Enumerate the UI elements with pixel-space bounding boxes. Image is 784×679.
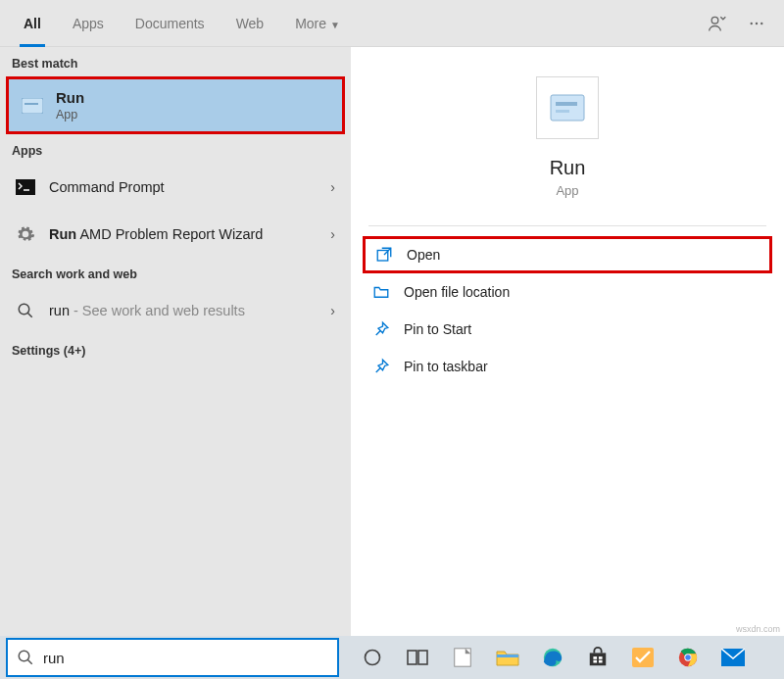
result-web-run[interactable]: run - See work and web results › [0, 287, 351, 334]
search-tabs: All Apps Documents Web More▼ [0, 0, 784, 47]
result-run-amd-label: Run AMD Problem Report Wizard [49, 226, 326, 242]
more-options-icon[interactable] [737, 4, 776, 43]
settings-label[interactable]: Settings (4+) [0, 334, 351, 364]
taskbar-taskview-icon[interactable] [396, 636, 439, 679]
tab-web[interactable]: Web [220, 0, 280, 47]
command-prompt-icon [12, 173, 39, 201]
tab-all[interactable]: All [8, 0, 57, 47]
best-match-title: Run [56, 89, 84, 106]
result-run-amd[interactable]: Run AMD Problem Report Wizard › [0, 211, 351, 258]
svg-rect-10 [556, 110, 569, 113]
action-open[interactable]: Open [363, 236, 772, 273]
svg-point-1 [751, 22, 753, 24]
chevron-right-icon[interactable]: › [326, 303, 339, 318]
preview-panel: Run App Open Open file location P [351, 47, 784, 636]
taskbar-app-chrome-icon[interactable] [666, 636, 710, 679]
taskbar-app-libreoffice-icon[interactable] [441, 636, 484, 679]
taskbar-app-security-icon[interactable] [621, 636, 664, 679]
pin-icon [368, 354, 394, 379]
svg-rect-16 [455, 649, 471, 666]
taskbar-app-store-icon[interactable] [576, 636, 619, 679]
result-web-run-label: run - See work and web results [49, 303, 326, 318]
folder-icon [368, 279, 394, 305]
preview-subtitle: App [556, 183, 578, 198]
svg-rect-6 [16, 179, 35, 195]
svg-rect-14 [408, 651, 416, 664]
tab-more[interactable]: More▼ [279, 0, 356, 47]
action-pin-to-start-label: Pin to Start [404, 321, 471, 337]
search-icon [12, 297, 39, 324]
run-icon [19, 92, 46, 120]
action-open-file-location[interactable]: Open file location [363, 273, 772, 311]
svg-point-0 [711, 17, 718, 24]
action-open-label: Open [407, 247, 440, 263]
feedback-icon[interactable] [698, 4, 737, 43]
preview-title: Run [550, 157, 586, 179]
svg-point-3 [760, 22, 762, 24]
chevron-right-icon[interactable]: › [326, 226, 339, 242]
svg-point-13 [366, 651, 380, 665]
open-icon [371, 242, 397, 267]
svg-point-12 [19, 651, 29, 661]
preview-tile [536, 76, 599, 139]
pin-icon [368, 316, 394, 342]
search-icon [8, 649, 43, 666]
divider [368, 225, 766, 226]
best-match-label: Best match [0, 47, 351, 76]
svg-point-7 [19, 304, 29, 315]
search-work-web-label: Search work and web [0, 258, 351, 287]
taskbar-app-edge-icon[interactable] [531, 636, 574, 679]
taskbar-cortana-icon[interactable] [351, 636, 394, 679]
result-command-prompt-label: Command Prompt [49, 179, 326, 195]
tab-documents[interactable]: Documents [120, 0, 220, 47]
gear-icon [12, 220, 39, 248]
search-input[interactable] [43, 640, 337, 675]
svg-point-27 [685, 655, 691, 660]
tab-more-label: More [295, 16, 326, 31]
chevron-right-icon[interactable]: › [326, 179, 339, 195]
action-pin-to-taskbar[interactable]: Pin to taskbar [363, 348, 772, 385]
svg-rect-22 [593, 660, 597, 663]
svg-rect-19 [590, 653, 607, 665]
action-open-file-location-label: Open file location [404, 284, 510, 300]
watermark: wsxdn.com [736, 624, 780, 634]
svg-rect-15 [418, 651, 427, 664]
chevron-down-icon: ▼ [330, 20, 340, 30]
best-match-result[interactable]: Run App [6, 76, 345, 134]
taskbar [0, 636, 784, 679]
svg-rect-21 [599, 656, 603, 659]
taskbar-app-mail-icon[interactable] [711, 636, 755, 679]
taskbar-app-explorer-icon[interactable] [486, 636, 529, 679]
run-app-icon [550, 94, 585, 121]
svg-rect-5 [24, 103, 38, 105]
svg-rect-23 [599, 660, 603, 663]
svg-rect-20 [593, 656, 597, 659]
svg-rect-4 [22, 98, 43, 114]
apps-section-label: Apps [0, 134, 351, 164]
svg-point-2 [756, 22, 758, 24]
svg-rect-17 [497, 655, 518, 657]
best-match-subtitle: App [56, 108, 84, 121]
results-panel: Best match Run App Apps Command Prompt ›… [0, 47, 351, 636]
taskbar-search[interactable] [6, 638, 339, 677]
svg-rect-9 [556, 102, 577, 106]
action-pin-to-start[interactable]: Pin to Start [363, 311, 772, 348]
result-command-prompt[interactable]: Command Prompt › [0, 164, 351, 211]
tab-apps[interactable]: Apps [57, 0, 120, 47]
svg-rect-8 [551, 95, 584, 121]
action-pin-to-taskbar-label: Pin to taskbar [404, 359, 488, 374]
